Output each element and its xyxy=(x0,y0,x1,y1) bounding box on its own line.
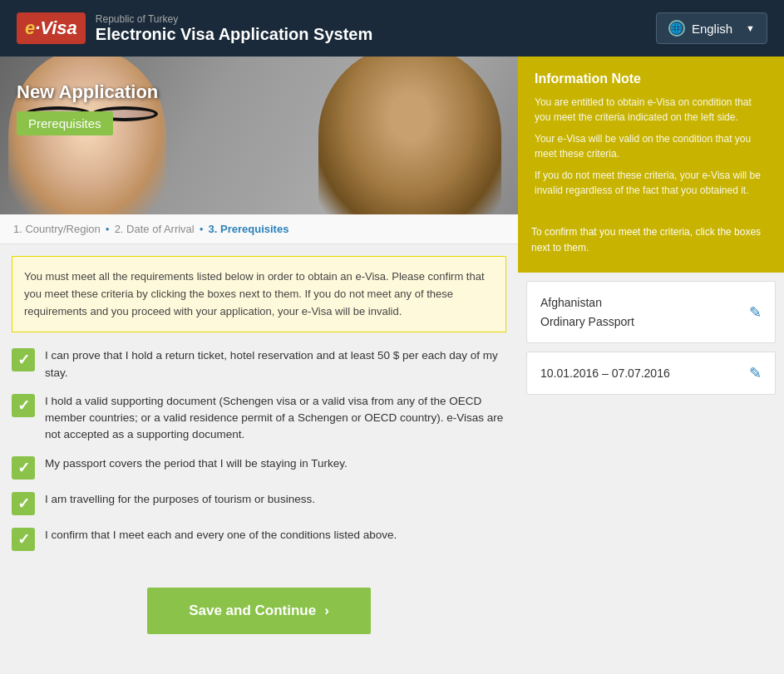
passport-info: Afghanistan Ordinary Passport xyxy=(540,293,634,331)
breadcrumb-step2: 2. Date of Arrival xyxy=(115,223,195,235)
check-text-2: I hold a valid supporting document (Sche… xyxy=(45,393,506,444)
passport-country: Afghanistan xyxy=(540,293,634,312)
passport-card-wrapper: Afghanistan Ordinary Passport ✎ xyxy=(518,273,784,343)
checklist: I can prove that I hold a return ticket,… xyxy=(0,344,518,573)
date-card: 10.01.2016 – 07.07.2016 ✎ xyxy=(526,352,776,395)
logo-area: e·Visa Republic of Turkey Electronic Vis… xyxy=(17,12,372,44)
check-item-1: I can prove that I hold a return ticket,… xyxy=(12,347,506,381)
passport-edit-icon[interactable]: ✎ xyxy=(749,303,762,322)
header: e·Visa Republic of Turkey Electronic Vis… xyxy=(0,0,784,57)
check-text-5: I confirm that I meet each and every one… xyxy=(45,527,397,544)
check-item-4: I am travelling for the purposes of tour… xyxy=(12,491,506,515)
prerequisites-tab: Prerequisites xyxy=(17,111,113,135)
save-button-area: Save and Continue › xyxy=(0,574,518,647)
checkbox-5[interactable] xyxy=(12,528,35,551)
breadcrumb-step3: 3. Prerequisites xyxy=(209,223,289,235)
info-panel: Information Note You are entitled to obt… xyxy=(518,57,784,214)
arrow-icon: › xyxy=(324,603,329,619)
check-item-2: I hold a valid supporting document (Sche… xyxy=(12,393,506,444)
passport-card: Afghanistan Ordinary Passport ✎ xyxy=(526,281,776,343)
check-text-4: I am travelling for the purposes of tour… xyxy=(45,491,315,508)
checkbox-4[interactable] xyxy=(12,492,35,515)
left-column: 1. Country/Region ● 2. Date of Arrival ●… xyxy=(0,214,518,647)
checkbox-3[interactable] xyxy=(12,456,35,480)
info-continuation: To confirm that you meet the criteria, c… xyxy=(518,214,784,273)
info-para-1: You are entitled to obtain e-Visa on con… xyxy=(535,95,767,125)
check-text-1: I can prove that I hold a return ticket,… xyxy=(45,347,506,381)
logo-text: Republic of Turkey Electronic Visa Appli… xyxy=(96,13,372,44)
hero-labels: New Application Prerequisites xyxy=(17,81,158,135)
instructions-text: You must meet all the requirements liste… xyxy=(24,270,485,317)
language-selector[interactable]: 🌐 English ▼ xyxy=(656,12,767,44)
checkbox-2[interactable] xyxy=(12,394,35,417)
info-para-3: If you do not meet these criteria, your … xyxy=(535,168,767,198)
instructions-box: You must meet all the requirements liste… xyxy=(12,256,506,332)
new-application-title: New Application xyxy=(17,81,158,103)
save-button-label: Save and Continue xyxy=(189,603,316,619)
breadcrumb-dot-2: ● xyxy=(200,225,204,233)
hero-row: New Application Prerequisites Informatio… xyxy=(0,57,784,214)
logo-badge: e·Visa xyxy=(17,12,86,44)
date-range: 10.01.2016 – 07.07.2016 xyxy=(540,367,670,380)
content-row: 1. Country/Region ● 2. Date of Arrival ●… xyxy=(0,214,784,647)
breadcrumb-dot-1: ● xyxy=(106,225,110,233)
passport-type: Ordinary Passport xyxy=(540,312,634,331)
date-card-wrapper: 10.01.2016 – 07.07.2016 ✎ xyxy=(518,343,784,403)
info-panel-title: Information Note xyxy=(535,71,767,86)
date-edit-icon[interactable]: ✎ xyxy=(749,364,762,382)
right-column: To confirm that you meet the criteria, c… xyxy=(518,214,784,647)
globe-icon: 🌐 xyxy=(668,20,685,37)
app-title: Electronic Visa Application System xyxy=(96,25,372,44)
language-label: English xyxy=(692,22,732,36)
chevron-down-icon: ▼ xyxy=(746,23,755,33)
face-man xyxy=(318,57,501,214)
hero-photo: New Application Prerequisites xyxy=(0,57,518,214)
breadcrumb: 1. Country/Region ● 2. Date of Arrival ●… xyxy=(0,214,518,244)
save-and-continue-button[interactable]: Save and Continue › xyxy=(147,588,371,634)
info-para-4: To confirm that you meet the criteria, c… xyxy=(531,224,771,256)
check-item-3: My passport covers the period that I wil… xyxy=(12,455,506,480)
check-text-3: My passport covers the period that I wil… xyxy=(45,455,348,472)
face-woman xyxy=(8,57,166,214)
info-para-2: Your e-Visa will be valid on the conditi… xyxy=(535,131,767,161)
page-wrapper: e·Visa Republic of Turkey Electronic Vis… xyxy=(0,0,784,647)
checkbox-1[interactable] xyxy=(12,348,35,371)
check-item-5: I confirm that I meet each and every one… xyxy=(12,527,506,551)
republic-label: Republic of Turkey xyxy=(96,13,372,25)
breadcrumb-step1: 1. Country/Region xyxy=(13,223,101,235)
